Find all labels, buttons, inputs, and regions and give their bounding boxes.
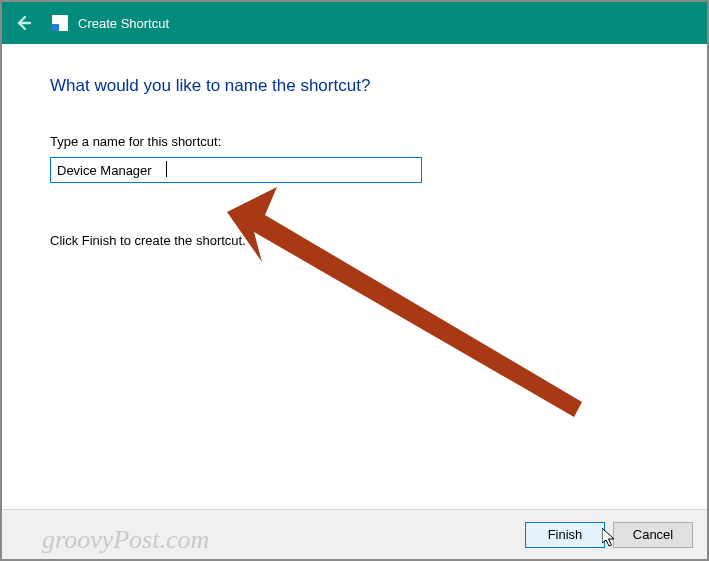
window-title: Create Shortcut: [78, 16, 169, 31]
help-text: Click Finish to create the shortcut.: [50, 233, 667, 248]
shortcut-icon: [52, 15, 68, 31]
titlebar: Create Shortcut: [2, 2, 707, 44]
footer-bar: Finish Cancel: [2, 509, 707, 559]
finish-button[interactable]: Finish: [525, 522, 605, 548]
text-caret: [166, 161, 167, 177]
back-arrow-icon[interactable]: [10, 10, 36, 36]
wizard-content: What would you like to name the shortcut…: [2, 44, 707, 503]
cancel-button[interactable]: Cancel: [613, 522, 693, 548]
input-label: Type a name for this shortcut:: [50, 134, 667, 149]
page-heading: What would you like to name the shortcut…: [50, 76, 667, 96]
shortcut-name-input[interactable]: [50, 157, 422, 183]
